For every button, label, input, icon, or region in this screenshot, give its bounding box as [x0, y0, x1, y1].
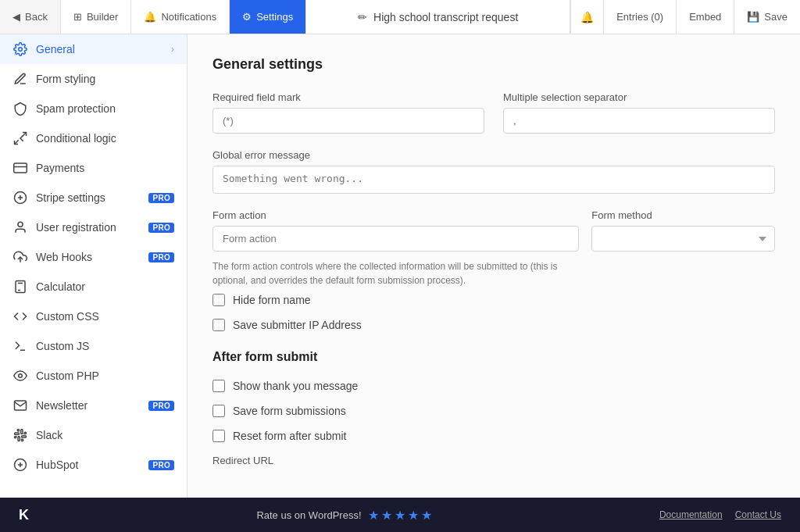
sidebar-item-custom-js[interactable]: Custom JS	[0, 331, 187, 361]
settings-icon: ⚙	[242, 11, 252, 23]
save-submitter-ip-row: Save submitter IP Address	[212, 319, 775, 331]
star-1[interactable]: ★	[368, 508, 379, 523]
sidebar-item-custom-php[interactable]: Custom PHP	[0, 361, 187, 391]
entries-button[interactable]: Entries (0)	[603, 0, 676, 34]
global-error-message-label: Global error message	[212, 149, 775, 161]
sidebar-item-form-styling[interactable]: Form styling	[0, 64, 187, 94]
multiple-selection-separator-input[interactable]	[503, 108, 775, 134]
save-button[interactable]: 💾 Save	[734, 0, 800, 34]
alert-icon: 🔔	[580, 11, 594, 23]
hide-form-name-label: Hide form name	[233, 294, 311, 306]
sidebar-item-hubspot[interactable]: HubSpotPRO	[0, 450, 187, 480]
embed-label: Embed	[689, 11, 721, 23]
save-form-submissions-label: Save form submissions	[233, 405, 346, 417]
hide-form-name-checkbox[interactable]	[212, 294, 225, 306]
after-form-submit-title: After form submit	[212, 350, 775, 364]
star-2[interactable]: ★	[381, 508, 392, 523]
sidebar-item-user-registration[interactable]: User registrationPRO	[0, 212, 187, 242]
save-submitter-ip-label: Save submitter IP Address	[233, 319, 362, 331]
form-action-row: Form action The form action controls whe…	[212, 209, 775, 287]
entries-label: Entries (0)	[616, 11, 663, 23]
footer-links: Documentation Contact Us	[659, 509, 781, 520]
sidebar-item-web-hooks[interactable]: Web HooksPRO	[0, 242, 187, 272]
builder-button[interactable]: ⊞ Builder	[61, 0, 131, 34]
sidebar-item-general[interactable]: General›	[0, 34, 187, 64]
reset-form-checkbox[interactable]	[212, 430, 225, 442]
reset-form-row: Reset form after submit	[212, 430, 775, 442]
show-thank-you-label: Show thank you message	[233, 380, 358, 392]
star-rating[interactable]: ★ ★ ★ ★ ★	[368, 508, 432, 523]
multiple-selection-separator-label: Multiple selection separator	[503, 91, 775, 103]
user-registration-icon	[12, 220, 28, 234]
sidebar-item-custom-css[interactable]: Custom CSS	[0, 302, 187, 331]
show-thank-you-row: Show thank you message	[212, 380, 775, 392]
badge-web-hooks: PRO	[148, 252, 174, 262]
svg-point-0	[19, 48, 23, 52]
custom-php-icon	[12, 369, 28, 383]
sidebar-item-label-spam-protection: Spam protection	[36, 102, 174, 115]
settings-button[interactable]: ⚙ Settings	[230, 0, 306, 34]
form-title: High school transcript request	[373, 11, 518, 23]
form-styling-icon	[12, 72, 28, 86]
save-form-submissions-row: Save form submissions	[212, 405, 775, 417]
contact-us-link[interactable]: Contact Us	[735, 509, 781, 520]
top-navigation: ◀ Back ⊞ Builder 🔔 Notifications ⚙ Setti…	[0, 0, 800, 34]
sidebar-item-conditional-logic[interactable]: Conditional logic	[0, 123, 187, 153]
sidebar: General›Form stylingSpam protectionCondi…	[0, 34, 188, 498]
sidebar-item-label-payments: Payments	[36, 162, 174, 174]
form-method-select[interactable]: GET POST	[591, 226, 775, 252]
form-action-group: Form action The form action controls whe…	[212, 209, 579, 287]
form-method-label: Form method	[591, 209, 775, 221]
custom-css-icon	[12, 309, 28, 323]
form-action-help: The form action controls where the colle…	[212, 259, 579, 287]
sidebar-item-label-general: General	[36, 43, 163, 55]
custom-js-icon	[12, 339, 28, 353]
newsletter-icon	[12, 398, 28, 412]
bell-icon: 🔔	[144, 11, 156, 23]
global-error-message-input[interactable]	[212, 166, 775, 194]
chevron-right-icon: ›	[171, 44, 174, 55]
form-method-group: Form method GET POST	[591, 209, 775, 252]
badge-stripe-settings: PRO	[148, 193, 174, 203]
sidebar-item-label-conditional-logic: Conditional logic	[36, 132, 174, 145]
form-action-label: Form action	[212, 209, 579, 221]
star-5[interactable]: ★	[421, 508, 432, 523]
sidebar-item-calculator[interactable]: Calculator	[0, 272, 187, 302]
required-field-mark-input[interactable]	[212, 108, 484, 134]
save-icon: 💾	[747, 11, 759, 23]
sidebar-item-label-custom-php: Custom PHP	[36, 370, 174, 382]
footer: K Rate us on WordPress! ★ ★ ★ ★ ★ Docume…	[0, 498, 800, 532]
embed-button[interactable]: Embed	[676, 0, 734, 34]
badge-newsletter: PRO	[148, 401, 174, 411]
alert-bell-button[interactable]: 🔔	[570, 0, 603, 34]
show-thank-you-checkbox[interactable]	[212, 380, 225, 392]
notifications-button[interactable]: 🔔 Notifications	[131, 0, 230, 34]
sidebar-item-label-calculator: Calculator	[36, 280, 174, 293]
badge-user-registration: PRO	[148, 223, 174, 233]
svg-point-7	[18, 222, 23, 227]
sidebar-item-newsletter[interactable]: NewsletterPRO	[0, 391, 187, 420]
hide-form-name-row: Hide form name	[212, 294, 775, 306]
web-hooks-icon	[12, 250, 28, 264]
sidebar-item-label-newsletter: Newsletter	[36, 399, 141, 412]
save-form-submissions-checkbox[interactable]	[212, 405, 225, 417]
edit-icon: ✏	[358, 11, 367, 23]
spam-protection-icon	[12, 102, 28, 116]
back-button[interactable]: ◀ Back	[0, 0, 61, 34]
global-error-message-group: Global error message	[212, 149, 775, 194]
sidebar-item-slack[interactable]: Slack	[0, 420, 187, 450]
sidebar-item-payments[interactable]: Payments	[0, 153, 187, 183]
documentation-link[interactable]: Documentation	[659, 509, 723, 520]
hubspot-icon	[12, 458, 28, 472]
back-label: Back	[25, 11, 48, 23]
multiple-selection-separator-group: Multiple selection separator	[503, 91, 775, 134]
sidebar-item-spam-protection[interactable]: Spam protection	[0, 94, 187, 123]
star-4[interactable]: ★	[408, 508, 419, 523]
general-icon	[12, 42, 28, 56]
sidebar-item-stripe-settings[interactable]: Stripe settingsPRO	[0, 183, 187, 212]
form-action-input[interactable]	[212, 226, 579, 252]
calculator-icon	[12, 280, 28, 294]
star-3[interactable]: ★	[395, 508, 405, 523]
save-submitter-ip-checkbox[interactable]	[212, 319, 225, 331]
back-icon: ◀	[12, 11, 20, 23]
